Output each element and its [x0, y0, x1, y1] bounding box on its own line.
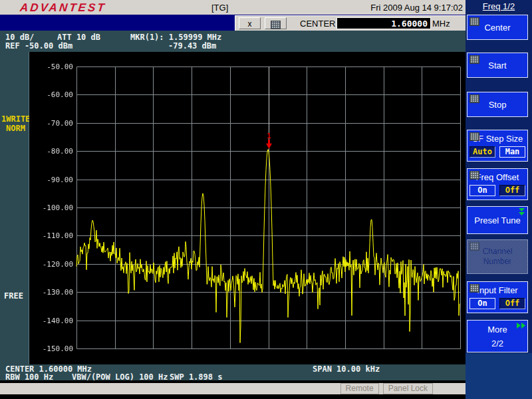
- softkey-label: Freq Offset: [476, 172, 519, 182]
- datetime-display: Fri 2009 Aug 14 9:17:02: [370, 3, 463, 13]
- center-frequency-input[interactable]: [336, 17, 431, 29]
- softkey-more[interactable]: More2/2: [467, 320, 528, 352]
- bottom-readout-bar: CENTER 1.60000 MHz SPAN 10.00 kHz RBW 10…: [0, 364, 466, 380]
- softkey-label: Center: [484, 23, 510, 33]
- y-axis-tick: -100.00: [29, 203, 73, 212]
- close-entry-button[interactable]: x: [239, 17, 261, 29]
- top-readout-bar: 10 dB/ ATT 10 dB MKR(1): 1.59999 MHz REF…: [0, 31, 466, 52]
- keypad-icon: [469, 55, 479, 64]
- softkey-channel-number: Channel Number: [467, 239, 528, 274]
- graph-panel: -50.00-60.00-70.00-80.00-90.00-100.00-11…: [29, 52, 466, 364]
- softkey-label: Stop: [489, 100, 507, 110]
- double-down-chevron-icon: [519, 208, 525, 216]
- toggle-option-row: OnOff: [467, 185, 527, 196]
- keypad-button[interactable]: [265, 17, 287, 29]
- y-axis-tick: -120.00: [29, 260, 73, 269]
- softkey-menu-title: Freq 1/2: [466, 1, 532, 11]
- y-axis-tick: -90.00: [29, 176, 73, 184]
- trace-write-label: 1WRITE: [1, 114, 30, 124]
- entry-title-bar: x CENTER MHz: [0, 15, 466, 31]
- option-input-filter-on[interactable]: On: [469, 298, 495, 309]
- softkey-sidebar: Freq 1/2 CenterStartStopCF Step SizeAuto…: [466, 0, 532, 399]
- trace-status-rail: 1WRITE NORM FREE: [0, 52, 29, 364]
- bottom-strip: Remote Panel Lock: [0, 380, 466, 399]
- double-right-chevron-icon: [516, 323, 525, 329]
- entry-unit-label: MHz: [432, 19, 450, 29]
- y-axis-tick: -130.00: [29, 288, 73, 297]
- softkey-sublabel: 2/2: [491, 338, 503, 348]
- keypad-icon: [469, 17, 479, 26]
- option-freq-offset-off[interactable]: Off: [499, 185, 525, 196]
- status-bar: Remote Panel Lock: [0, 383, 466, 394]
- sidebar-filler: [466, 353, 532, 399]
- keypad-icon: [469, 242, 479, 251]
- entry-field-label: CENTER: [300, 19, 335, 29]
- softkey-label: CF Step Size: [472, 134, 523, 144]
- softkey-start[interactable]: Start: [467, 53, 528, 78]
- y-axis-tick: -150.00: [29, 344, 73, 353]
- remote-indicator[interactable]: Remote: [340, 383, 379, 394]
- softkey-freq-offset[interactable]: Freq OffsetOnOff: [467, 168, 528, 200]
- keypad-icon: [469, 94, 479, 103]
- title-bar: ADVANTEST [TG] Fri 2009 Aug 14 9:17:02: [0, 0, 466, 15]
- center-entry-panel: x CENTER MHz: [235, 15, 466, 31]
- marker-frequency-readout: MKR(1): 1.59999 MHz: [130, 33, 221, 42]
- softkey-presel-tune[interactable]: Presel Tune: [467, 206, 528, 234]
- attenuation-readout: ATT 10 dB: [57, 33, 100, 42]
- option-cf-step-size-man[interactable]: Man: [499, 146, 525, 158]
- keypad-icon: [469, 284, 479, 293]
- panel-lock-indicator[interactable]: Panel Lock: [383, 383, 433, 394]
- option-cf-step-size-auto[interactable]: Auto: [469, 146, 495, 158]
- detector-mode-label: NORM: [6, 124, 25, 133]
- softkey-label: Input Filter: [477, 285, 517, 295]
- softkey-label: Presel Tune: [474, 215, 520, 225]
- keypad-icon: [271, 21, 281, 29]
- keypad-icon: [469, 171, 479, 180]
- softkey-input-filter[interactable]: Input FilterOnOff: [467, 281, 528, 313]
- marker-level-readout: -79.43 dBm: [168, 41, 216, 51]
- toggle-option-row: OnOff: [467, 298, 527, 309]
- span-readout: SPAN 10.00 kHz: [313, 364, 380, 374]
- y-axis-tick: -50.00: [29, 63, 73, 71]
- softkey-stop[interactable]: Stop: [467, 92, 528, 117]
- tg-indicator: [TG]: [211, 3, 228, 13]
- y-axis-tick: -70.00: [29, 119, 73, 128]
- y-axis-tick: -110.00: [29, 231, 73, 240]
- option-input-filter-off[interactable]: Off: [499, 298, 525, 309]
- toggle-option-row: AutoMan: [467, 146, 527, 158]
- softkey-cf-step-size[interactable]: CF Step SizeAutoMan: [467, 130, 528, 162]
- reference-level-readout: REF -50.00 dBm: [5, 41, 72, 51]
- spectrum-analyzer-screen: ADVANTEST [TG] Fri 2009 Aug 14 9:17:02 x…: [0, 0, 532, 399]
- option-freq-offset-on[interactable]: On: [469, 185, 495, 196]
- keypad-icon: [469, 132, 479, 141]
- scale-readout: 10 dB/: [5, 33, 34, 42]
- softkey-center[interactable]: Center: [467, 15, 528, 40]
- softkey-label: More: [487, 325, 507, 334]
- spectrum-display: [29, 52, 466, 364]
- advantest-logo: ADVANTEST: [19, 1, 107, 15]
- trigger-mode-label: FREE: [4, 291, 23, 301]
- y-axis-tick: -80.00: [29, 147, 73, 156]
- y-axis-tick: -140.00: [29, 317, 73, 325]
- y-axis-tick: -60.00: [29, 90, 73, 99]
- softkey-label: Start: [488, 61, 506, 70]
